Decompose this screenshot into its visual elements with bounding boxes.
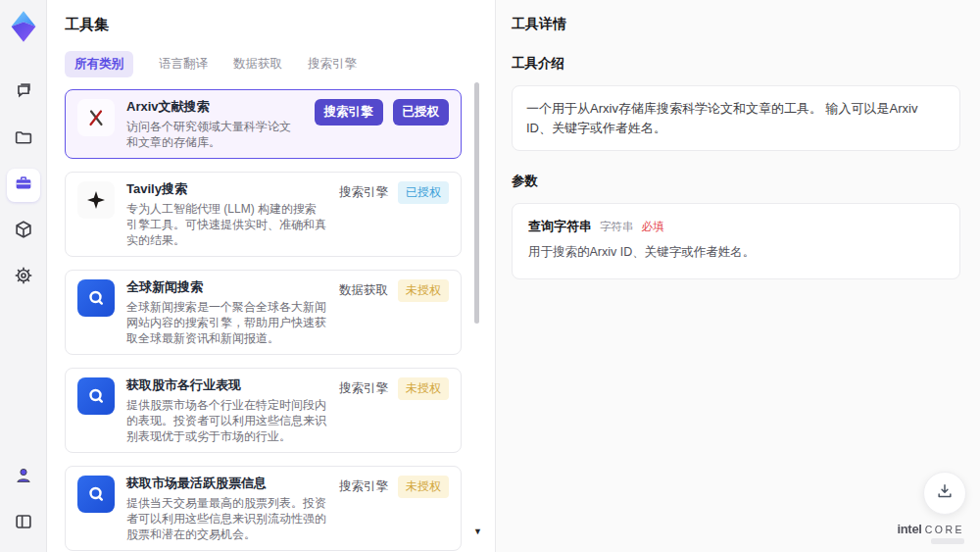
tool-desc: 提供股票市场各个行业在特定时间段内的表现。投资者可以利用这些信息来识别表现优于或… (126, 397, 327, 444)
tool-status-badge: 未授权 (398, 377, 449, 400)
tool-detail-pane: 工具详情 工具介绍 一个用于从Arxiv存储库搜索科学论文和文章的工具。 输入可… (495, 0, 980, 552)
user-icon (13, 465, 34, 490)
arxiv-icon (84, 106, 108, 129)
param-type: 字符串 (600, 220, 634, 234)
parameter-card: 查询字符串 字符串 必填 用于搜索的Arxiv ID、关键字或作者姓名。 (512, 203, 960, 279)
tool-icon (77, 181, 115, 219)
tool-title: Arxiv文献搜索 (126, 99, 303, 115)
tool-icon (77, 279, 115, 317)
search-q-icon (84, 286, 108, 310)
app-logo-icon (7, 10, 40, 43)
tavily-star-icon (84, 188, 108, 212)
core-brand-text: core (925, 524, 964, 535)
intro-heading: 工具介绍 (512, 55, 960, 73)
tool-icon (77, 377, 115, 415)
chat-icon (13, 80, 34, 106)
sidebar-item-account[interactable] (7, 461, 40, 494)
tool-desc: 全球新闻搜索是一个聚合全球各大新闻网站内容的搜索引擎，帮助用户快速获取全球最新资… (126, 299, 327, 346)
folder-icon (13, 126, 34, 152)
category-tab[interactable]: 语言翻译 (159, 56, 208, 73)
tool-card[interactable]: Tavily搜索 专为人工智能代理 (LLM) 构建的搜索引擎工具。可快速提供实… (65, 172, 462, 257)
sidebar-item-plugins[interactable] (7, 215, 40, 248)
tool-desc: 访问各个研究领域大量科学论文和文章的存储库。 (126, 119, 303, 150)
sidebar-item-chat[interactable] (7, 76, 40, 110)
cube-icon (13, 219, 34, 244)
app-sidebar (0, 0, 47, 552)
tool-card[interactable]: 获取股市各行业表现 提供股票市场各个行业在特定时间段内的表现。投资者可以利用这些… (65, 368, 462, 453)
category-tab[interactable]: 所有类别 (65, 51, 133, 77)
tool-status-badge: 未授权 (398, 476, 449, 498)
tool-desc: 提供当天交易量最高的股票列表。投资者可以利用这些信息来识别流动性强的股票和潜在的… (126, 495, 327, 542)
tool-category-label: 搜索引擎 (339, 478, 388, 495)
tool-category-label: 搜索引擎 (315, 99, 383, 125)
tool-icon (77, 99, 115, 136)
tool-title: 获取股市各行业表现 (126, 377, 327, 393)
tool-icon (77, 476, 115, 513)
params-heading: 参数 (512, 173, 960, 190)
tool-intro-text: 一个用于从Arxiv存储库搜索科学论文和文章的工具。 输入可以是Arxiv ID… (512, 85, 960, 151)
category-tab[interactable]: 数据获取 (233, 56, 282, 73)
toolbox-icon (13, 173, 34, 198)
sidebar-collapse-button[interactable] (7, 507, 40, 540)
category-tabs: 所有类别语言翻译数据获取搜索引擎 (65, 51, 462, 77)
intel-core-sub-mark (931, 538, 964, 544)
scroll-down-arrow[interactable]: ▼ (473, 527, 482, 536)
search-q-icon (84, 384, 108, 408)
tool-status-badge: 未授权 (398, 279, 449, 302)
sidebar-item-settings[interactable] (7, 261, 40, 294)
tool-title: 获取市场最活跃股票信息 (126, 476, 327, 491)
tool-card[interactable]: Arxiv文献搜索 访问各个研究领域大量科学论文和文章的存储库。 搜索引擎 已授… (65, 89, 462, 159)
tool-title: 全球新闻搜索 (126, 279, 327, 295)
param-name: 查询字符串 (528, 218, 592, 235)
tool-desc: 专为人工智能代理 (LLM) 构建的搜索引擎工具。可快速提供实时、准确和真实的结… (126, 201, 327, 248)
download-button[interactable] (923, 472, 966, 515)
tool-status-badge: 已授权 (398, 181, 449, 204)
sidebar-item-toolset[interactable] (7, 169, 40, 202)
category-tab[interactable]: 搜索引擎 (308, 56, 357, 73)
download-icon (935, 481, 955, 505)
detail-title: 工具详情 (512, 16, 960, 33)
gear-icon (13, 265, 34, 290)
sidebar-item-files[interactable] (7, 123, 40, 156)
param-description: 用于搜索的Arxiv ID、关键字或作者姓名。 (528, 244, 944, 261)
tool-card[interactable]: 获取市场最活跃股票信息 提供当天交易量最高的股票列表。投资者可以利用这些信息来识… (65, 466, 462, 551)
tool-title: Tavily搜索 (126, 181, 327, 197)
tool-list-pane: 工具集 所有类别语言翻译数据获取搜索引擎 Arxiv文献搜索 访问各个研究领域大… (47, 0, 495, 552)
page-title: 工具集 (65, 16, 462, 34)
tool-category-label: 搜索引擎 (339, 184, 388, 201)
tool-status-badge: 已授权 (393, 99, 450, 125)
tool-card[interactable]: 全球新闻搜索 全球新闻搜索是一个聚合全球各大新闻网站内容的搜索引擎，帮助用户快速… (65, 270, 462, 355)
scrollbar-thumb[interactable] (474, 82, 479, 324)
param-required-badge: 必填 (642, 220, 664, 234)
search-q-icon (84, 482, 108, 506)
tool-category-label: 数据获取 (339, 282, 388, 299)
tool-category-label: 搜索引擎 (339, 380, 388, 397)
tool-card-list: Arxiv文献搜索 访问各个研究领域大量科学论文和文章的存储库。 搜索引擎 已授… (65, 89, 462, 552)
intel-core-logo: intel core (897, 522, 964, 544)
panel-toggle-icon (13, 511, 34, 536)
intel-brand-text: intel (897, 522, 921, 536)
